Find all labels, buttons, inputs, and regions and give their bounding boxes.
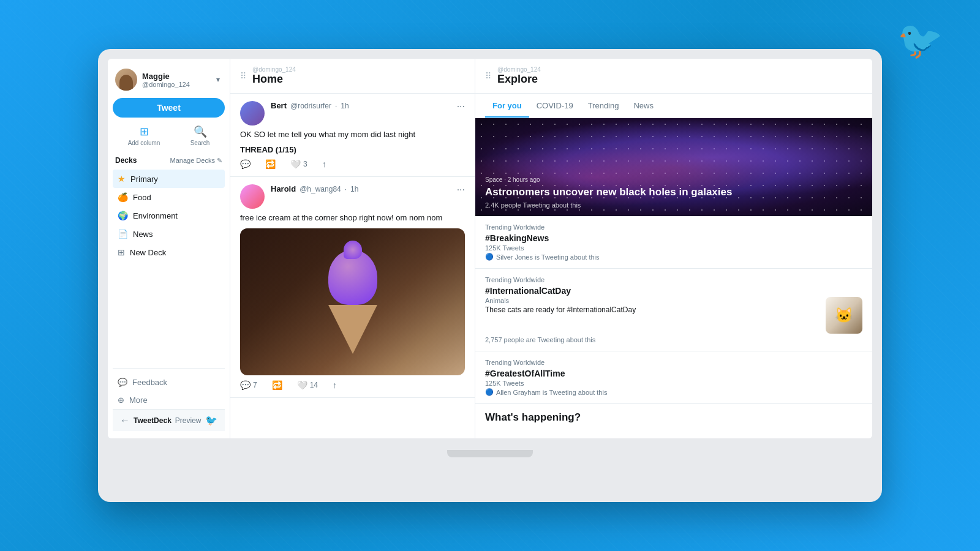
trend-2-people: 2,757 people are Tweeting about this — [485, 336, 862, 343]
feedback-icon: 💬 — [118, 378, 127, 387]
chevron-down-icon[interactable]: ▾ — [216, 75, 220, 84]
tweet-2-reply[interactable]: 💬 7 — [240, 380, 257, 390]
deck-label-food: Food — [133, 193, 151, 202]
tweet-1-like-count: 3 — [303, 160, 307, 168]
laptop-notch — [447, 450, 533, 457]
drag-handle-icon[interactable]: ⠿ — [240, 71, 246, 81]
trend-2-hashtag: #InternationalCatDay — [485, 286, 862, 296]
tweet-2-name-row: Harold @h_wang84 · 1h — [271, 184, 451, 193]
more-item[interactable]: ⊕ More — [113, 391, 225, 409]
tab-for-you[interactable]: For you — [485, 94, 529, 118]
hero-tag: Space · 2 hours ago — [485, 176, 732, 183]
tweet-2-meta: Harold @h_wang84 · 1h — [271, 184, 451, 193]
trend-2-thumbnail: 🐱 — [826, 297, 862, 334]
trend-3-count: 125K Tweets — [485, 380, 862, 387]
tweet-1: Bert @rodrisurfer · 1h ··· OK SO let me … — [230, 94, 475, 177]
trend-1-label: Trending Worldwide — [485, 223, 862, 231]
tweet-1-more-icon[interactable]: ··· — [457, 101, 465, 112]
deck-item-news[interactable]: 📄 News — [113, 225, 225, 243]
deck-item-new[interactable]: ⊞ New Deck — [113, 243, 225, 261]
tweet-2-more-icon[interactable]: ··· — [457, 184, 465, 195]
tweet-2-time-val: 1h — [350, 185, 358, 193]
trend-1-note: 🔵 Silver Jones is Tweeting about this — [485, 253, 862, 261]
deck-list: ★ Primary 🍊 Food 🌍 Environment — [113, 170, 225, 261]
hero-image[interactable]: Space · 2 hours ago Astronomers uncover … — [475, 118, 872, 216]
content-area: ⠿ @domingo_124 Home — [230, 59, 872, 438]
reply-icon-2: 💬 — [240, 380, 251, 390]
trend-2-context: Animals — [485, 297, 820, 304]
tweet-1-text: OK SO let me tell you what my mom did la… — [240, 129, 465, 140]
news-icon: 📄 — [118, 229, 128, 239]
tweet-2-text: free ice cream at the corner shop right … — [240, 212, 465, 223]
deck-item-primary[interactable]: ★ Primary — [113, 170, 225, 188]
retweet-icon: 🔁 — [265, 159, 276, 169]
home-column-title: Home — [252, 73, 296, 86]
manage-decks-link[interactable]: Manage Decks ✎ — [170, 157, 222, 165]
trend-cat-day[interactable]: Trending Worldwide #InternationalCatDay … — [475, 269, 872, 351]
tweet-1-reply[interactable]: 💬 — [240, 159, 251, 169]
new-deck-icon: ⊞ — [118, 247, 125, 257]
share-icon: ↑ — [322, 159, 326, 169]
trend-3-note: 🔵 Allen Grayham is Tweeting about this — [485, 388, 862, 396]
add-column-action[interactable]: ⊞ Add column — [128, 125, 160, 146]
search-action[interactable]: 🔍 Search — [190, 125, 210, 146]
tab-covid[interactable]: COVID-19 — [529, 94, 581, 118]
deck-item-food[interactable]: 🍊 Food — [113, 188, 225, 206]
explore-drag-handle[interactable]: ⠿ — [485, 71, 491, 81]
tweet-1-thread: THREAD (1/15) — [240, 145, 465, 154]
explore-column: ⠿ @domingo_124 Explore For you COVID-19 … — [475, 59, 872, 438]
sidebar-bottom: 💬 Feedback ⊕ More ← TweetDeck Preview — [113, 368, 225, 431]
deck-label-news: News — [133, 230, 153, 239]
trend-2-article: These cats are ready for #InternationalC… — [485, 305, 820, 314]
deck-item-environment[interactable]: 🌍 Environment — [113, 206, 225, 225]
tweet-2-avatar — [240, 184, 265, 209]
trend-3-label: Trending Worldwide — [485, 359, 862, 366]
footer-preview: Preview — [175, 416, 202, 425]
tweet-1-time-val: 1h — [341, 102, 349, 110]
avatar — [115, 69, 137, 91]
tweet-1-avatar — [240, 101, 265, 126]
tweet-1-share[interactable]: ↑ — [322, 159, 326, 169]
footer-back[interactable]: ← TweetDeck Preview — [120, 415, 202, 426]
hero-title: Astronomers uncover new black holes in g… — [485, 186, 732, 199]
like-icon-2: 🤍 — [297, 380, 307, 390]
tweet-2-handle: @h_wang84 — [300, 185, 341, 193]
decks-header: Decks Manage Decks ✎ — [113, 156, 225, 165]
tweet-2-retweet[interactable]: 🔁 — [272, 380, 282, 390]
tweet-feed[interactable]: Bert @rodrisurfer · 1h ··· OK SO let me … — [230, 94, 475, 438]
tweetdeck-app: Maggie @domingo_124 ▾ Tweet ⊞ — [108, 59, 872, 438]
user-names: Maggie @domingo_124 — [142, 72, 190, 88]
tweet-2-like-count: 14 — [310, 381, 318, 389]
trend-breaking-news[interactable]: Trending Worldwide #BreakingNews 125K Tw… — [475, 216, 872, 269]
feedback-item[interactable]: 💬 Feedback — [113, 373, 225, 391]
footer-twitter-icon: 🐦 — [205, 414, 217, 426]
tweet-2-like[interactable]: 🤍 14 — [297, 380, 318, 390]
feedback-label: Feedback — [132, 378, 167, 387]
tweet-2-header: Harold @h_wang84 · 1h ··· — [240, 184, 465, 209]
explore-column-header: ⠿ @domingo_124 Explore — [475, 59, 872, 94]
tweet-1-author: Bert — [271, 101, 287, 110]
tweet-button[interactable]: Tweet — [113, 98, 225, 118]
like-icon: 🤍 — [290, 159, 301, 169]
star-icon: ★ — [118, 174, 126, 184]
laptop-base — [108, 438, 872, 469]
display-name: Maggie — [142, 72, 190, 81]
trend-3-hashtag: #GreatestOfAllTime — [485, 369, 862, 378]
trend-goat[interactable]: Trending Worldwide #GreatestOfAllTime 12… — [475, 351, 872, 404]
tweet-2-share[interactable]: ↑ — [333, 380, 337, 390]
tweet-2-time: · — [345, 185, 347, 193]
tweet-1-actions: 💬 🔁 🤍 3 ↑ — [240, 159, 465, 169]
explore-title-area: @domingo_124 Explore — [497, 66, 541, 86]
trend-2-label: Trending Worldwide — [485, 276, 862, 283]
tweet-1-like[interactable]: 🤍 3 — [290, 159, 307, 169]
explore-tabs: For you COVID-19 Trending News — [475, 94, 872, 118]
tab-news[interactable]: News — [626, 94, 661, 118]
laptop-frame: Maggie @domingo_124 ▾ Tweet ⊞ — [98, 49, 882, 502]
tweet-1-retweet[interactable]: 🔁 — [265, 159, 276, 169]
explore-column-title: Explore — [497, 73, 541, 86]
environment-icon: 🌍 — [118, 211, 128, 220]
user-header[interactable]: Maggie @domingo_124 ▾ — [113, 66, 225, 98]
tab-trending[interactable]: Trending — [581, 94, 627, 118]
explore-column-user: @domingo_124 — [497, 66, 541, 73]
add-column-label: Add column — [128, 140, 160, 146]
